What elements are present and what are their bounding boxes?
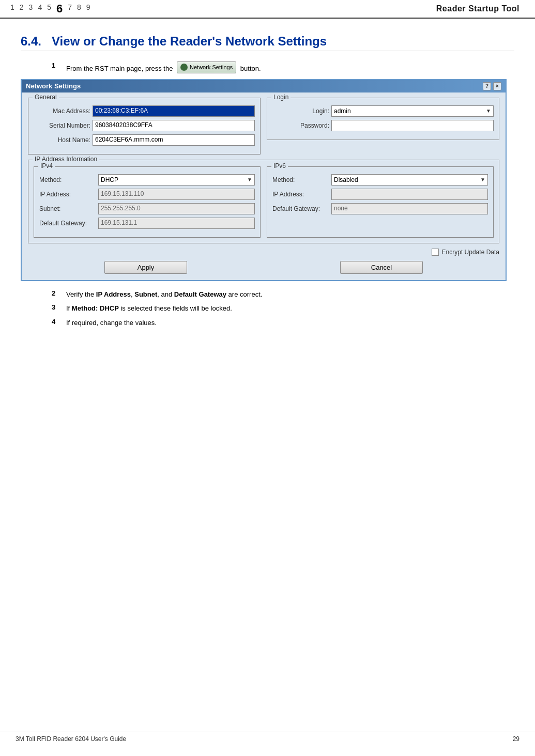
- ipv4-subnet-label: Subnet:: [39, 205, 96, 212]
- login-select-arrow: ▼: [486, 108, 491, 114]
- ipv6-gateway-input[interactable]: none: [331, 203, 488, 214]
- password-label: Password:: [272, 122, 329, 129]
- host-name-row: Host Name: 6204C3EF6A.mmm.com: [34, 134, 255, 146]
- page-title: Reader Startup Tool: [436, 4, 519, 13]
- ip-address-info-title: IP Address Information: [33, 156, 99, 163]
- dialog-title: Network Settings: [26, 82, 81, 90]
- dialog-close-button[interactable]: ×: [493, 82, 501, 90]
- step-3-text: If Method: DHCP is selected these fields…: [66, 303, 232, 314]
- dialog-body: General Mac Address: 00:23:68:C3:EF:6A S…: [22, 92, 506, 280]
- ip-inner-columns: IPv4 Method: DHCP ▼: [34, 166, 494, 238]
- ipv6-method-select[interactable]: Disabled ▼: [331, 174, 488, 186]
- login-group-title: Login: [271, 94, 291, 101]
- steps-2-4-block: 2 Verify the IP Address, Subnet, and Def…: [52, 289, 514, 328]
- password-row: Password:: [272, 120, 494, 131]
- step-2-num: 2: [52, 289, 60, 297]
- ipv4-method-select[interactable]: DHCP ▼: [98, 174, 255, 186]
- step-2-line: 2 Verify the IP Address, Subnet, and Def…: [52, 289, 514, 300]
- nav-item-2[interactable]: 2: [20, 3, 24, 14]
- ipv4-ip-row: IP Address: 169.15.131.110: [39, 189, 255, 200]
- ipv4-title: IPv4: [38, 162, 55, 169]
- login-group: Login Login: admin ▼: [267, 98, 499, 140]
- ipv4-method-row: Method: DHCP ▼: [39, 174, 255, 186]
- serial-number-label: Serial Number:: [34, 122, 90, 129]
- mac-address-row: Mac Address: 00:23:68:C3:EF:6A: [34, 105, 255, 117]
- footer-left: 3M Toll RFID Reader 6204 User's Guide: [16, 735, 126, 743]
- step-3-line: 3 If Method: DHCP is selected these fiel…: [52, 303, 514, 314]
- ipv4-gateway-label: Default Gateway:: [39, 220, 96, 227]
- footer-right: 29: [513, 735, 519, 743]
- page-footer: 3M Toll RFID Reader 6204 User's Guide 29: [0, 732, 535, 746]
- dialog-help-button[interactable]: ?: [483, 82, 491, 90]
- login-label: Login:: [272, 107, 329, 115]
- step-4-text: If required, change the values.: [66, 318, 157, 328]
- nav-item-3[interactable]: 3: [29, 3, 33, 14]
- ipv6-group: IPv6 Method: Disabled ▼: [267, 166, 494, 238]
- ipv6-method-arrow: ▼: [480, 177, 485, 182]
- ipv4-subnet-row: Subnet: 255.255.255.0: [39, 203, 255, 214]
- nav-item-6-current: 6: [56, 3, 63, 14]
- page-navigation: 1 2 3 4 5 6 7 8 9: [10, 3, 90, 14]
- step-2-text: Verify the IP Address, Subnet, and Defau…: [66, 289, 262, 300]
- dialog-top-columns: General Mac Address: 00:23:68:C3:EF:6A S…: [28, 98, 499, 160]
- step-4-num: 4: [52, 318, 60, 326]
- ipv4-method-label: Method:: [39, 176, 96, 183]
- ip-address-info-box: IP Address Information IPv4 Method: DHCP: [28, 160, 499, 243]
- encrypt-checkbox[interactable]: [432, 249, 439, 256]
- main-content: 6.4. View or Change the Reader's Network…: [0, 19, 535, 348]
- step-1-text: From the RST main page, press the Networ…: [66, 61, 261, 74]
- step-1-line: 1 From the RST main page, press the Netw…: [52, 61, 514, 74]
- step-4-line: 4 If required, change the values.: [52, 318, 514, 328]
- login-column: Login Login: admin ▼: [267, 98, 499, 160]
- section-title: View or Change the Reader's Network Sett…: [52, 34, 327, 48]
- ipv6-title: IPv6: [271, 162, 288, 169]
- dialog-titlebar: Network Settings ? ×: [22, 80, 506, 92]
- login-select[interactable]: admin ▼: [331, 105, 494, 117]
- mac-address-input[interactable]: 00:23:68:C3:EF:6A: [93, 105, 255, 117]
- dialog-wrapper: Network Settings ? × General: [21, 79, 514, 281]
- ipv6-ip-row: IP Address:: [272, 189, 488, 200]
- ipv6-method-row: Method: Disabled ▼: [272, 174, 488, 186]
- ipv6-method-value: Disabled: [334, 176, 358, 183]
- ipv4-method-arrow: ▼: [247, 177, 252, 182]
- general-group: General Mac Address: 00:23:68:C3:EF:6A S…: [28, 98, 261, 155]
- host-name-input[interactable]: 6204C3EF6A.mmm.com: [93, 134, 255, 146]
- ipv4-group: IPv4 Method: DHCP ▼: [34, 166, 261, 238]
- step-1-num: 1: [52, 61, 60, 69]
- section-number: 6.4.: [21, 34, 41, 48]
- ipv4-gateway-input[interactable]: 169.15.131.1: [98, 218, 255, 229]
- ipv4-gateway-row: Default Gateway: 169.15.131.1: [39, 218, 255, 229]
- ipv4-method-value: DHCP: [101, 176, 118, 183]
- ipv6-ip-input[interactable]: [331, 189, 488, 200]
- ipv6-ip-label: IP Address:: [272, 191, 329, 198]
- ipv6-method-label: Method:: [272, 176, 329, 183]
- dialog-button-row: Apply Cancel: [28, 261, 499, 274]
- step-3-num: 3: [52, 303, 60, 311]
- mac-address-label: Mac Address:: [34, 107, 90, 115]
- cancel-button[interactable]: Cancel: [340, 261, 423, 274]
- nav-item-8[interactable]: 8: [77, 3, 81, 14]
- nav-item-4[interactable]: 4: [38, 3, 42, 14]
- network-settings-inline-button[interactable]: Network Settings: [177, 61, 236, 73]
- login-select-value: admin: [334, 107, 351, 115]
- password-input[interactable]: [331, 120, 494, 131]
- login-row: Login: admin ▼: [272, 105, 494, 117]
- serial-number-input[interactable]: 96038402038C9FFA: [93, 120, 255, 131]
- step-1-block: 1 From the RST main page, press the Netw…: [52, 61, 514, 74]
- nav-item-7[interactable]: 7: [68, 3, 72, 14]
- nav-item-1[interactable]: 1: [10, 3, 14, 14]
- network-settings-icon: [180, 64, 188, 71]
- dialog-controls: ? ×: [483, 82, 501, 90]
- nav-item-9[interactable]: 9: [86, 3, 90, 14]
- general-group-title: General: [33, 94, 59, 101]
- encrypt-label: Encrypt Update Data: [442, 249, 499, 256]
- apply-button[interactable]: Apply: [104, 261, 187, 274]
- ipv6-gateway-row: Default Gateway: none: [272, 203, 488, 214]
- encrypt-row: Encrypt Update Data: [28, 249, 499, 256]
- ipv4-ip-input[interactable]: 169.15.131.110: [98, 189, 255, 200]
- nav-item-5[interactable]: 5: [47, 3, 51, 14]
- host-name-label: Host Name:: [34, 136, 90, 144]
- ipv6-gateway-label: Default Gateway:: [272, 205, 329, 212]
- general-column: General Mac Address: 00:23:68:C3:EF:6A S…: [28, 98, 261, 160]
- ipv4-subnet-input[interactable]: 255.255.255.0: [98, 203, 255, 214]
